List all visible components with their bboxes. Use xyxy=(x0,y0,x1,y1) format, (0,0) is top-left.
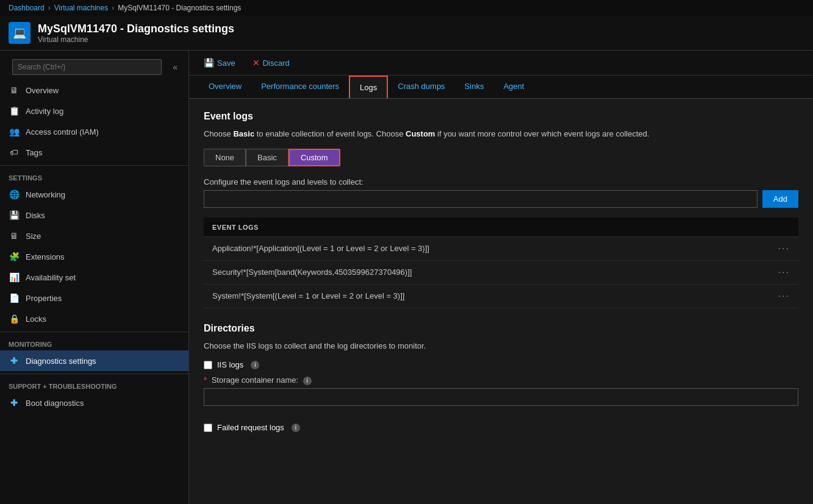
sidebar-availability-label: Availability set xyxy=(26,273,76,282)
disks-icon: 💾 xyxy=(9,210,20,221)
sidebar-item-locks[interactable]: 🔒 Locks xyxy=(0,308,188,329)
custom-radio-button[interactable]: Custom xyxy=(288,149,340,166)
none-radio-button[interactable]: None xyxy=(204,149,246,166)
sidebar-collapse-button[interactable]: « xyxy=(168,60,182,74)
sidebar-item-activity-log[interactable]: 📋 Activity log xyxy=(0,101,188,121)
storage-container-input[interactable] xyxy=(204,388,798,406)
boot-icon: ✚ xyxy=(9,397,20,408)
breadcrumb-sep-2: › xyxy=(112,4,114,12)
sidebar-item-iam-label: Access control (IAM) xyxy=(26,127,99,137)
tabs-bar: Overview Performance counters Logs Crash… xyxy=(189,76,813,99)
breadcrumb-current: MySqlVM11470 - Diagnostics settings xyxy=(118,4,241,12)
activity-log-icon: 📋 xyxy=(9,105,20,116)
failed-request-label: Failed request logs xyxy=(217,423,284,432)
event-logs-description: Choose Basic to enable collection of eve… xyxy=(204,128,798,140)
sidebar-item-overview-label: Overview xyxy=(26,86,59,95)
tab-overview[interactable]: Overview xyxy=(199,76,251,98)
sidebar-item-availability-set[interactable]: 📊 Availability set xyxy=(0,267,188,288)
page-subtitle: Virtual machine xyxy=(38,35,234,44)
page-header-text: MySqlVM11470 - Diagnostics settings Virt… xyxy=(38,23,234,44)
sidebar-top: « xyxy=(0,51,188,80)
failed-request-info-icon[interactable]: i xyxy=(292,424,300,432)
page-title: MySqlVM11470 - Diagnostics settings xyxy=(38,23,234,35)
event-row-0-text: Application!*[Application[(Level = 1 or … xyxy=(212,244,778,253)
event-logs-table: EVENT LOGS Application!*[Application[(Le… xyxy=(204,218,798,308)
tab-agent[interactable]: Agent xyxy=(493,76,534,98)
sidebar-item-access-control[interactable]: 👥 Access control (IAM) xyxy=(0,121,188,142)
event-log-input[interactable] xyxy=(204,190,757,208)
basic-radio-button[interactable]: Basic xyxy=(246,149,288,166)
breadcrumb-sep-1: › xyxy=(48,4,51,12)
tab-sinks[interactable]: Sinks xyxy=(455,76,494,98)
log-type-radio-group: None Basic Custom xyxy=(204,149,798,166)
sidebar-extensions-label: Extensions xyxy=(26,252,65,261)
save-icon: 💾 xyxy=(204,58,214,68)
event-logs-table-header: EVENT LOGS xyxy=(204,218,798,237)
sidebar: « 🖥 Overview 📋 Activity log 👥 Access con… xyxy=(0,51,189,504)
sidebar-item-properties[interactable]: 📄 Properties xyxy=(0,288,188,308)
main-content: Event logs Choose Basic to enable collec… xyxy=(189,99,813,504)
event-row-1-menu[interactable]: ··· xyxy=(778,267,790,278)
storage-container-label: * Storage container name: i xyxy=(204,375,798,385)
failed-request-checkbox[interactable] xyxy=(204,424,212,432)
discard-icon: ✕ xyxy=(252,58,260,68)
iis-logs-info-icon[interactable]: i xyxy=(251,361,259,369)
add-button[interactable]: Add xyxy=(762,190,798,208)
sidebar-item-activity-log-label: Activity log xyxy=(26,107,63,116)
diagnostics-icon: ✚ xyxy=(9,355,20,366)
main-panel: 💾 Save ✕ Discard Overview Performance co… xyxy=(189,51,813,504)
networking-icon: 🌐 xyxy=(9,189,20,200)
tab-performance-counters[interactable]: Performance counters xyxy=(251,76,349,98)
event-row-1: Security!*[System[band(Keywords,45035996… xyxy=(204,261,798,285)
event-row-0-menu[interactable]: ··· xyxy=(778,243,790,254)
sidebar-item-diagnostics-settings[interactable]: ✚ Diagnostics settings xyxy=(0,350,188,371)
event-row-0: Application!*[Application[(Level = 1 or … xyxy=(204,237,798,261)
iis-logs-label: IIS logs xyxy=(217,360,243,369)
search-input[interactable] xyxy=(12,59,162,75)
config-label: Configure the event logs and levels to c… xyxy=(204,177,798,186)
sidebar-item-tags[interactable]: 🏷 Tags xyxy=(0,142,188,163)
directories-title: Directories xyxy=(204,323,798,334)
extensions-icon: 🧩 xyxy=(9,251,20,262)
event-row-2-menu[interactable]: ··· xyxy=(778,291,790,302)
required-star: * xyxy=(204,375,207,385)
discard-label: Discard xyxy=(263,59,290,68)
save-button[interactable]: 💾 Save xyxy=(199,55,240,70)
sidebar-item-networking[interactable]: 🌐 Networking xyxy=(0,184,188,205)
page-header: 💻 MySqlVM11470 - Diagnostics settings Vi… xyxy=(0,16,813,51)
failed-request-row: Failed request logs i xyxy=(204,423,798,432)
sidebar-item-extensions[interactable]: 🧩 Extensions xyxy=(0,246,188,267)
sidebar-size-label: Size xyxy=(26,232,41,241)
sidebar-properties-label: Properties xyxy=(26,294,62,303)
save-label: Save xyxy=(217,59,235,68)
breadcrumb-dashboard[interactable]: Dashboard xyxy=(9,4,45,12)
event-log-input-row: Add xyxy=(204,190,798,208)
event-row-2-text: System!*[System[(Level = 1 or Level = 2 … xyxy=(212,291,778,300)
properties-icon: 📄 xyxy=(9,293,20,303)
sidebar-networking-label: Networking xyxy=(26,190,65,199)
monitor-icon: 🖥 xyxy=(9,85,20,96)
event-row-2: System!*[System[(Level = 1 or Level = 2 … xyxy=(204,285,798,308)
sidebar-item-boot-diagnostics[interactable]: ✚ Boot diagnostics xyxy=(0,392,188,413)
tab-logs[interactable]: Logs xyxy=(349,76,388,98)
availability-icon: 📊 xyxy=(9,272,20,283)
sidebar-item-tags-label: Tags xyxy=(26,148,42,157)
locks-icon: 🔒 xyxy=(9,313,20,324)
breadcrumb: Dashboard › Virtual machines › MySqlVM11… xyxy=(0,0,813,16)
size-icon: 🖥 xyxy=(9,230,20,241)
sidebar-locks-label: Locks xyxy=(26,314,46,324)
iis-logs-checkbox[interactable] xyxy=(204,361,212,369)
storage-container-row: * Storage container name: i xyxy=(204,375,798,414)
sidebar-disks-label: Disks xyxy=(26,211,45,220)
sidebar-item-overview[interactable]: 🖥 Overview xyxy=(0,80,188,101)
breadcrumb-vms[interactable]: Virtual machines xyxy=(54,4,109,12)
sidebar-item-size[interactable]: 🖥 Size xyxy=(0,225,188,246)
discard-button[interactable]: ✕ Discard xyxy=(248,55,295,70)
sidebar-scroll: 🖥 Overview 📋 Activity log 👥 Access contr… xyxy=(0,80,188,504)
tags-icon: 🏷 xyxy=(9,147,20,158)
sidebar-item-disks[interactable]: 💾 Disks xyxy=(0,205,188,225)
settings-section-label: Settings xyxy=(0,165,188,184)
tab-crash-dumps[interactable]: Crash dumps xyxy=(388,76,454,98)
toolbar: 💾 Save ✕ Discard xyxy=(189,51,813,76)
storage-info-icon[interactable]: i xyxy=(303,377,312,385)
